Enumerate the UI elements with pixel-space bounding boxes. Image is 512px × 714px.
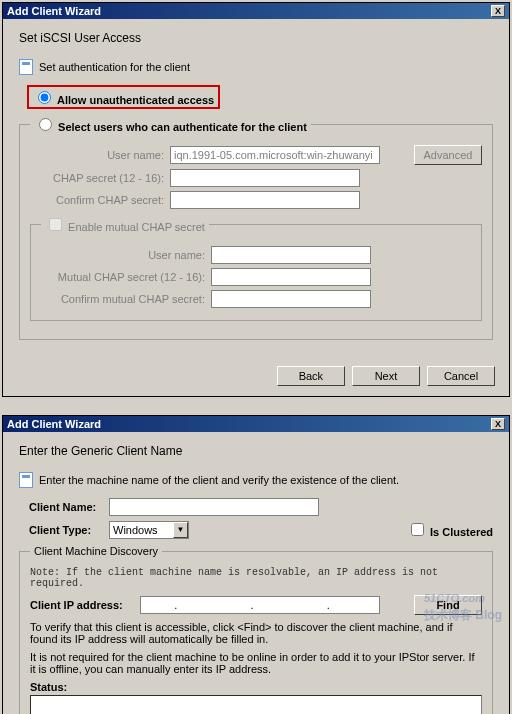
confirm-chap-input xyxy=(170,191,360,209)
clientip-input[interactable] xyxy=(140,596,380,614)
highlight-allow-unauth: Allow unauthenticated access xyxy=(27,85,220,109)
clientip-label: Client IP address: xyxy=(30,599,140,611)
mutual-chap-checkbox: Enable mutual CHAP secret xyxy=(41,215,209,234)
discovery-note: Note: If the client machine name is reso… xyxy=(30,567,482,589)
clienttype-value: Windows xyxy=(113,524,158,536)
page-subtitle: Set iSCSI User Access xyxy=(19,31,493,45)
isclustered-input[interactable] xyxy=(411,523,424,536)
find-button[interactable]: Find xyxy=(414,595,482,615)
wizard-iscsi-access: Add Client Wizard X Set iSCSI User Acces… xyxy=(2,2,510,397)
status-box xyxy=(30,695,482,714)
radio-select-users[interactable]: Select users who can authenticate for th… xyxy=(30,115,311,133)
close-icon[interactable]: X xyxy=(491,5,505,17)
page-icon xyxy=(19,472,33,488)
window-title: Add Client Wizard xyxy=(7,418,101,430)
chap-label: CHAP secret (12 - 16): xyxy=(30,172,170,184)
radio-select-users-label: Select users who can authenticate for th… xyxy=(58,121,307,133)
instruction-text: Enter the machine name of the client and… xyxy=(39,474,399,486)
offline-text: It is not required for the client machin… xyxy=(30,651,482,675)
instruction-row: Set authentication for the client xyxy=(19,59,493,75)
mutual-chap-label: Mutual CHAP secret (12 - 16): xyxy=(41,271,211,283)
wizard-client-name: Add Client Wizard X Enter the Generic Cl… xyxy=(2,415,510,714)
mutual-chap-checkbox-input xyxy=(49,218,62,231)
next-button[interactable]: Next xyxy=(352,366,420,386)
mutual-username-label: User name: xyxy=(41,249,211,261)
instruction-text: Set authentication for the client xyxy=(39,61,190,73)
discovery-group: Client Machine Discovery Note: If the cl… xyxy=(19,545,493,714)
clienttype-dropdown[interactable]: Windows ▼ xyxy=(109,521,189,539)
radio-allow-unauth-input[interactable] xyxy=(38,91,51,104)
mutual-chap-checkbox-label: Enable mutual CHAP secret xyxy=(68,221,205,233)
discovery-legend: Client Machine Discovery xyxy=(30,545,162,557)
username-label: User name: xyxy=(30,149,170,161)
window-title: Add Client Wizard xyxy=(7,5,101,17)
mutual-confirm-input xyxy=(211,290,371,308)
mutual-username-input xyxy=(211,246,371,264)
titlebar: Add Client Wizard X xyxy=(3,416,509,432)
radio-allow-unauth-label: Allow unauthenticated access xyxy=(57,94,214,106)
chevron-down-icon[interactable]: ▼ xyxy=(173,522,188,538)
mutual-chap-input xyxy=(211,268,371,286)
radio-allow-unauth[interactable]: Allow unauthenticated access xyxy=(33,94,214,106)
cancel-button[interactable]: Cancel xyxy=(427,366,495,386)
select-users-group: Select users who can authenticate for th… xyxy=(19,115,493,340)
chap-input xyxy=(170,169,360,187)
page-icon xyxy=(19,59,33,75)
back-button[interactable]: Back xyxy=(277,366,345,386)
status-label: Status: xyxy=(30,681,67,693)
verify-text: To verify that this client is accessible… xyxy=(30,621,482,645)
wizard-buttons: Back Next Cancel xyxy=(3,360,509,396)
isclustered-label: Is Clustered xyxy=(430,526,493,538)
confirm-chap-label: Confirm CHAP secret: xyxy=(30,194,170,206)
clientname-input[interactable] xyxy=(109,498,319,516)
username-input xyxy=(170,146,380,164)
titlebar: Add Client Wizard X xyxy=(3,3,509,19)
radio-select-users-input[interactable] xyxy=(39,118,52,131)
close-icon[interactable]: X xyxy=(491,418,505,430)
mutual-confirm-label: Confirm mutual CHAP secret: xyxy=(41,293,211,305)
isclustered-checkbox[interactable]: Is Clustered xyxy=(407,520,493,539)
advanced-button: Advanced xyxy=(414,145,482,165)
instruction-row: Enter the machine name of the client and… xyxy=(19,472,493,488)
clienttype-label: Client Type: xyxy=(29,524,109,536)
mutual-chap-group: Enable mutual CHAP secret User name: Mut… xyxy=(30,215,482,321)
page-subtitle: Enter the Generic Client Name xyxy=(19,444,493,458)
clientname-label: Client Name: xyxy=(29,501,109,513)
